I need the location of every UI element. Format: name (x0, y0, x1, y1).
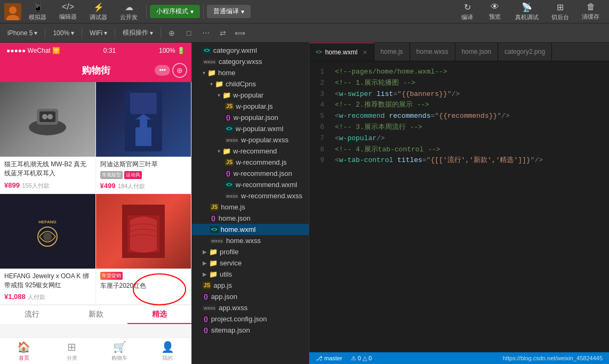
folder-childcpns[interactable]: ▾ 📁 childCpns (192, 78, 309, 90)
editor-btn[interactable]: </> 编辑器 (54, 0, 82, 23)
tab-xinkuan[interactable]: 新款 (64, 305, 128, 324)
arrows-icon[interactable]: ⇄ (217, 27, 229, 39)
file-wrecommend-js[interactable]: JS w-recommend.js (192, 157, 309, 168)
file-wrecommend-json[interactable]: {} w-recommend.json (192, 168, 309, 179)
tab-category[interactable]: ⊞ 分类 (48, 338, 96, 364)
wxml-icon-4: <> (210, 226, 219, 233)
file-wpopular-wxml[interactable]: <> w-popular.wxml (192, 123, 309, 134)
folder-service[interactable]: ▶ 📁 service (192, 257, 309, 269)
tab-home-json[interactable]: home.json (455, 43, 498, 61)
svg-point-6 (42, 114, 47, 119)
editor-footer: ⎇ master ⚠ 0 △ 0 https://blog.csdn.net/w… (309, 352, 609, 364)
folder-icon-utils: 📁 (209, 270, 218, 278)
product-name-4: 车厘子2020红色 (100, 281, 187, 290)
line-numbers: 1 2 3 4 5 6 7 8 9 (309, 66, 331, 348)
phone-screen: ●●●●● WeChat 🛜 0:31 100% 🔋 购物街 ••• ⊕ (0, 43, 191, 337)
add-icon[interactable]: ⊕ (165, 27, 178, 39)
compile-btn[interactable]: ↻ 编译 (454, 0, 480, 23)
product-info-4: 年货促销 车厘子2020红色 (96, 269, 191, 296)
chevron-down-icon-2: ▾ (241, 8, 244, 15)
tab-profile[interactable]: 👤 我的 (143, 338, 191, 364)
product-image-1 (0, 82, 95, 157)
chevron-down-icon-3: ▾ (34, 29, 37, 37)
file-project-config[interactable]: {} project.config.json (192, 313, 309, 325)
file-sitemap-json[interactable]: {} sitemap.json (192, 325, 309, 336)
folder-icon-service: 📁 (209, 259, 218, 267)
chevron-down-icon-4: ▾ (71, 29, 74, 37)
tab-liuxing[interactable]: 流行 (0, 305, 64, 324)
tab-home-wxml[interactable]: <> home.wxml × (309, 43, 374, 61)
file-wpopular-wxss[interactable]: wxss w-popular.wxss (192, 134, 309, 145)
folder-wrecommend[interactable]: ▾ 📁 w-recommend (192, 145, 309, 157)
compile-dropdown[interactable]: 普通编译 ▾ (207, 5, 251, 18)
tab-jingxuan[interactable]: 精选 (127, 305, 191, 324)
main-area: ●●●●● WeChat 🛜 0:31 100% 🔋 购物街 ••• ⊕ (0, 43, 609, 364)
json-icon-app: {} (203, 293, 209, 300)
folder-utils[interactable]: ▶ 📁 utils (192, 269, 309, 280)
svg-text:HEFANG: HEFANG (39, 220, 57, 224)
product-card-2[interactable]: 阿迪达斯官网三叶草 常规版型 运动风 ¥499 184人付款 (96, 82, 192, 194)
top-toolbar: 📱 模拟器 </> 编辑器 ⚡ 调试器 ☁ 云开发 小程序模式 ▾ 普通编译 ▾… (0, 0, 609, 23)
product-info-1: 猫王耳机潮无线 MW-B2 真无线蓝牙耳机双耳入 ¥899 155人付款 (0, 157, 95, 193)
dots-button[interactable]: ••• (155, 65, 170, 76)
network-selector[interactable]: WiFi ▾ (86, 28, 110, 38)
close-tab-wxml[interactable]: × (363, 48, 367, 56)
file-wrecommend-wxss[interactable]: wxss w-recommend.wxss (192, 190, 309, 201)
product-name-2: 阿迪达斯官网三叶草 (100, 160, 187, 169)
code-line-8: <!-- 4.展示tab-control --> (331, 144, 609, 156)
footer-branch: ⎇ master (316, 355, 342, 362)
tab-home[interactable]: 🏠 首页 (0, 338, 48, 364)
wxss-icon-4: wxss (210, 238, 224, 244)
code-line-5: <w-recommend recommends="{{recommends}}"… (331, 111, 609, 122)
product-tag-4: 年货促销 (100, 272, 187, 280)
svg-rect-9 (130, 93, 157, 114)
preview-btn[interactable]: 👁 预览 (482, 0, 508, 23)
simulator-btn[interactable]: 📱 模拟器 (23, 0, 52, 23)
cloud-btn[interactable]: ☁ 云开发 (115, 0, 143, 23)
file-category-wxss[interactable]: wxss category.wxss (192, 56, 309, 67)
file-home-wxml[interactable]: <> home.wxml (192, 224, 309, 235)
more-icon[interactable]: ⋯ (199, 27, 212, 39)
folder-home[interactable]: ▾ 📁 home (192, 67, 309, 78)
zoom-selector[interactable]: 100% ▾ (50, 28, 77, 38)
product-card-1[interactable]: 猫王耳机潮无线 MW-B2 真无线蓝牙耳机双耳入 ¥899 155人付款 (0, 82, 96, 194)
add-circle-button[interactable]: ⊕ (172, 63, 187, 78)
folder-wpopular[interactable]: ▾ 📁 w-popular (192, 90, 309, 101)
file-home-wxss[interactable]: wxss home.wxss (192, 235, 309, 246)
debugger-btn[interactable]: ⚡ 调试器 (84, 0, 113, 23)
tab-category2-png[interactable]: category2.png (498, 43, 552, 61)
switch-btn[interactable]: ⊞ 切后台 (546, 0, 574, 23)
product-name-3: HEFANG Jewelry x OOA K 绑带戒指 925银女网红 (4, 272, 91, 290)
file-wpopular-json[interactable]: {} w-popular.json (192, 112, 309, 123)
product-info-2: 阿迪达斯官网三叶草 常规版型 运动风 ¥499 184人付款 (96, 157, 191, 193)
file-wpopular-js[interactable]: JS w-popular.js (192, 101, 309, 112)
clean-btn[interactable]: 🗑 清缓存 (576, 0, 605, 23)
file-home-json[interactable]: {} home.json (192, 213, 309, 224)
tab-cart[interactable]: 🛒 购物车 (96, 338, 144, 364)
file-app-js[interactable]: JS app.js (192, 280, 309, 291)
chevron-down-icon-home: ▾ (203, 70, 205, 76)
products-grid: 猫王耳机潮无线 MW-B2 真无线蓝牙耳机双耳入 ¥899 155人付款 (0, 82, 191, 305)
folder-profile[interactable]: ▶ 📁 profile (192, 246, 309, 257)
file-app-json[interactable]: {} app.json (192, 291, 309, 302)
mode-dropdown[interactable]: 小程序模式 ▾ (150, 5, 200, 18)
wxml-icon-3: <> (225, 181, 234, 188)
square-icon[interactable]: □ (182, 27, 195, 39)
file-home-js[interactable]: JS home.js (192, 201, 309, 213)
js-icon-2: JS (225, 159, 234, 166)
product-card-3[interactable]: HEFANG HEFANG Jewelry x OOA K 绑带戒指 925银女… (0, 194, 96, 305)
file-category-wxml[interactable]: <> category.wxml (192, 45, 309, 56)
svg-point-1 (9, 6, 17, 14)
category-icon: ⊞ (67, 341, 76, 353)
tab-home-js[interactable]: home.js (374, 43, 410, 61)
mode-selector[interactable]: 模拟操作 ▾ (119, 27, 156, 38)
file-app-wxss[interactable]: wxss app.wxss (192, 302, 309, 313)
code-content: 1 2 3 4 5 6 7 8 9 <!--pages/home/home.wx… (309, 61, 609, 352)
fit-icon[interactable]: ⟺ (234, 27, 246, 39)
file-wrecommend-wxml[interactable]: <> w-recommend.wxml (192, 179, 309, 190)
tab-home-wxss[interactable]: home.wxss (410, 43, 455, 61)
product-card-4[interactable]: 年货促销 车厘子2020红色 (96, 194, 192, 305)
device-selector[interactable]: iPhone 5 ▾ (4, 28, 41, 38)
separator-6 (161, 28, 161, 38)
real-device-btn[interactable]: 📡 真机调试 (510, 0, 544, 23)
